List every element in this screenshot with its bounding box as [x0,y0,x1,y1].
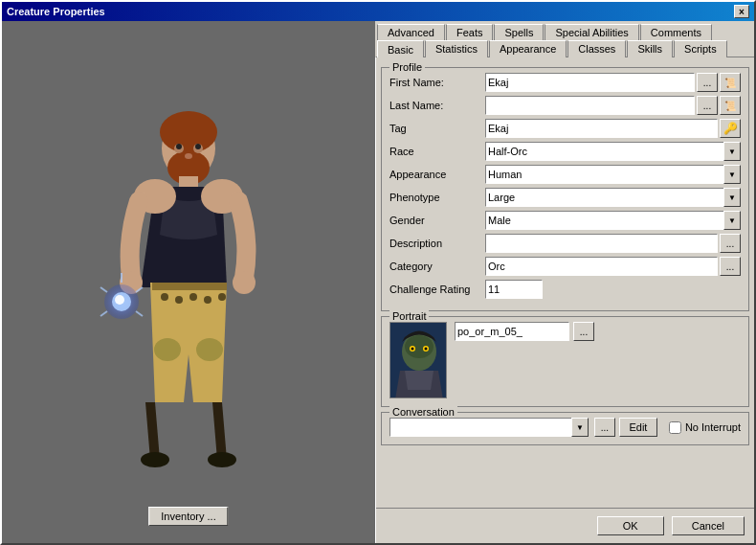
svg-point-25 [204,296,211,304]
gender-label: Gender [389,215,485,226]
race-select[interactable]: Half-Orc Human Elf Dwarf [485,142,741,161]
svg-point-14 [115,295,124,305]
portrait-input-area: ... [455,322,594,341]
phenotype-select-wrapper: Large Normal ▼ [485,188,741,207]
last-name-scroll-button[interactable]: 📜 [720,96,741,115]
tab-advanced[interactable]: Advanced [377,24,445,40]
gender-select-wrapper: Male Female ▼ [485,211,741,230]
portrait-group: Portrait [381,316,749,407]
race-row: Race Half-Orc Human Elf Dwarf ▼ [389,142,741,161]
svg-point-24 [189,293,197,301]
tab-feats[interactable]: Feats [446,24,494,40]
category-browse-button[interactable]: ... [720,257,741,276]
last-name-input[interactable] [485,96,695,115]
bottom-buttons: OK Cancel [597,516,745,535]
svg-point-5 [176,144,182,149]
portrait-svg [390,323,447,398]
first-name-browse-button[interactable]: ... [697,73,718,92]
ellipsis-icon3: ... [726,238,734,249]
appearance-select-wrapper: Human Elf Dwarf Half-Orc ▼ [485,165,741,184]
svg-point-23 [175,296,183,304]
ellipsis-icon2: ... [703,101,711,111]
conversation-select[interactable] [389,418,589,437]
svg-point-37 [425,348,428,351]
conv-select-wrapper: ▼ [389,418,589,437]
challenge-rating-row: Challenge Rating [389,280,741,299]
portrait-ellipsis-icon: ... [580,327,588,337]
svg-point-26 [218,293,226,301]
tag-input[interactable] [485,119,718,138]
conversation-row: ▼ ... Edit No Interrupt [389,418,741,437]
challenge-rating-input[interactable] [485,280,543,299]
portrait-group-title: Portrait [389,310,429,322]
window-title: Creature Properties [7,6,105,17]
conversation-browse-button[interactable]: ... [594,418,615,437]
scroll-icon: 📜 [724,78,736,88]
category-row: Category ... [389,257,741,276]
svg-point-7 [185,153,192,159]
last-name-label: Last Name: [389,100,485,111]
right-panel: Advanced Feats Spells Special Abilities … [375,21,754,543]
tag-label: Tag [389,123,485,134]
cancel-button[interactable]: Cancel [672,516,745,535]
tag-key-button[interactable]: 🔑 [720,119,741,138]
description-browse-button[interactable]: ... [720,234,741,253]
svg-point-20 [233,271,256,294]
creature-properties-window: Creature Properties × [0,0,756,545]
ok-button[interactable]: OK [597,516,664,535]
creature-display [2,21,375,543]
close-button[interactable]: × [734,5,749,18]
tab-appearance[interactable]: Appearance [489,40,567,57]
conversation-group-title: Conversation [389,406,457,418]
conversation-group: Conversation ▼ ... Edit [381,412,749,445]
conversation-edit-button[interactable]: Edit [619,418,657,437]
bottom-bar: OK Cancel [376,508,754,543]
no-interrupt-checkbox[interactable] [669,421,681,434]
title-bar: Creature Properties × [2,2,754,21]
first-name-input[interactable] [485,73,695,92]
svg-line-19 [100,311,107,316]
window-content: Inventory ... Advanced Feats Spells [2,21,754,543]
phenotype-label: Phenotype [389,192,485,203]
portrait-name-input[interactable] [455,322,569,341]
profile-group: Profile First Name: ... 📜 [381,67,749,311]
svg-point-29 [141,452,169,467]
creature-svg [83,77,294,488]
ellipsis-icon4: ... [726,261,734,272]
challenge-rating-label: Challenge Rating [389,284,485,295]
inventory-button[interactable]: Inventory ... [148,507,228,526]
ellipsis-icon: ... [703,78,711,88]
no-interrupt-row: No Interrupt [669,421,741,434]
tab-skills[interactable]: Skills [627,40,673,57]
tab-special-abilities[interactable]: Special Abilities [545,24,638,40]
svg-line-18 [136,311,143,316]
tab-classes[interactable]: Classes [567,40,626,57]
description-input[interactable] [485,234,718,253]
description-label: Description [389,238,485,249]
tab-comments[interactable]: Comments [640,24,712,40]
first-name-scroll-button[interactable]: 📜 [720,73,741,92]
svg-point-27 [154,338,181,361]
portrait-browse-button[interactable]: ... [573,322,594,341]
appearance-row: Appearance Human Elf Dwarf Half-Orc ▼ [389,165,741,184]
portrait-field: ... [455,322,594,341]
tab-spells[interactable]: Spells [494,24,544,40]
phenotype-row: Phenotype Large Normal ▼ [389,188,741,207]
category-input[interactable] [485,257,718,276]
svg-point-33 [405,335,434,358]
tab-scripts[interactable]: Scripts [674,40,727,57]
gender-select[interactable]: Male Female [485,211,741,230]
svg-point-1 [160,111,217,153]
profile-group-title: Profile [389,61,425,73]
svg-rect-21 [152,283,227,290]
tabs-container: Advanced Feats Spells Special Abilities … [375,21,754,57]
phenotype-select[interactable]: Large Normal [485,188,741,207]
last-name-browse-button[interactable]: ... [697,96,718,115]
tab-basic[interactable]: Basic [377,40,424,57]
tabs-row2: Basic Statistics Appearance Classes Skil… [377,39,752,57]
appearance-select[interactable]: Human Elf Dwarf Half-Orc [485,165,741,184]
key-icon: 🔑 [723,122,738,135]
tab-statistics[interactable]: Statistics [425,40,488,57]
conv-ellipsis-icon: ... [601,422,609,433]
first-name-row: First Name: ... 📜 [389,73,741,92]
